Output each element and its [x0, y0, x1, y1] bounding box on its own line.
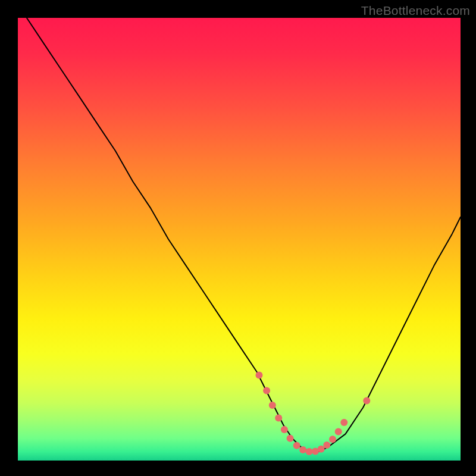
highlighted-point	[275, 415, 282, 422]
bottleneck-curve-path	[27, 18, 461, 452]
highlighted-points-group	[256, 371, 371, 455]
highlighted-point	[340, 419, 347, 426]
highlighted-point	[318, 446, 325, 453]
highlighted-point	[293, 442, 300, 449]
highlighted-point	[306, 448, 313, 455]
highlighted-point	[263, 387, 270, 394]
highlighted-point	[299, 446, 306, 453]
highlighted-point	[323, 441, 330, 449]
highlighted-point	[269, 402, 276, 409]
highlighted-point	[281, 426, 288, 433]
chart-svg	[18, 18, 461, 461]
highlighted-point	[256, 371, 263, 378]
highlighted-point	[287, 435, 294, 442]
highlighted-point	[329, 436, 336, 443]
highlighted-point	[335, 428, 342, 436]
highlighted-point	[363, 397, 370, 405]
app-frame: TheBottleneck.com	[0, 0, 476, 476]
watermark-text: TheBottleneck.com	[361, 4, 470, 18]
chart-plot-area	[18, 18, 461, 461]
